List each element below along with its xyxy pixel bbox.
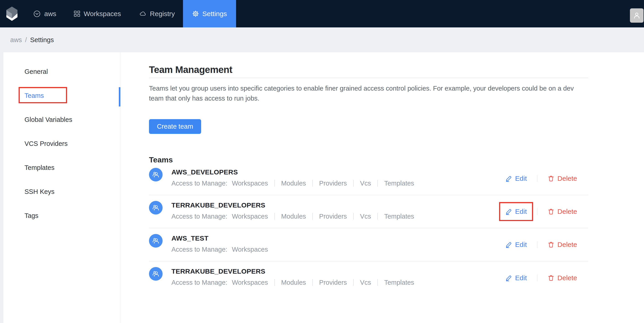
access-item: Templates [371, 179, 414, 188]
tab-workspaces-label: Workspaces [84, 10, 121, 18]
page-title: Team Management [149, 64, 232, 75]
sidebar-item[interactable]: Teams [4, 91, 120, 100]
team-info: AWS_TEST Access to Manage: Workspaces [172, 234, 268, 254]
access-item-label: Providers [319, 212, 347, 221]
access-divider [312, 279, 313, 286]
access-item: Vcs [347, 278, 371, 287]
team-icon [152, 270, 160, 278]
access-item-label: Vcs [360, 278, 371, 287]
access-item: Providers [306, 179, 347, 188]
create-team-button[interactable]: Create team [149, 119, 201, 134]
team-actions: Edit Delete [506, 241, 577, 249]
sidebar-item[interactable]: Templates [4, 163, 120, 172]
edit-button[interactable]: Edit [506, 274, 527, 282]
tab-workspaces[interactable]: Workspaces [74, 0, 121, 27]
team-access-line: Access to Manage: Workspaces [172, 278, 414, 287]
access-divider [312, 180, 313, 187]
access-divider [274, 180, 275, 187]
team-row: AWS_DEVELOPERS Access to Manage: Workspa… [149, 162, 588, 195]
team-access-line: Access to Manage: Workspaces [172, 245, 268, 254]
sidebar-item[interactable]: Tags [4, 211, 120, 220]
team-access-line: Access to Manage: Workspaces [172, 212, 414, 221]
team-row: TERRAKUBE_DEVELOPERS Access to Manage: W… [149, 261, 588, 295]
sidebar-active-indicator [119, 87, 120, 106]
trash-icon [548, 241, 554, 248]
access-item-label: Vcs [360, 179, 371, 188]
team-access-line: Access to Manage: Workspaces [172, 179, 414, 188]
delete-button[interactable]: Delete [548, 175, 577, 182]
title-divider [149, 78, 588, 78]
trash-icon [548, 275, 554, 281]
team-avatar [149, 267, 162, 281]
team-info: TERRAKUBE_DEVELOPERS Access to Manage: W… [172, 201, 414, 221]
access-item: Templates [371, 278, 414, 287]
edit-button[interactable]: Edit [506, 175, 527, 182]
access-divider [377, 213, 378, 220]
access-divider [377, 180, 378, 187]
delete-button-label: Delete [558, 175, 577, 182]
pencil-icon [506, 275, 512, 281]
edit-button[interactable]: Edit [506, 208, 527, 215]
access-divider [274, 279, 275, 286]
access-items: Workspaces [232, 245, 268, 254]
team-row: TERRAKUBE_DEVELOPERS Access to Manage: W… [149, 195, 588, 228]
tab-settings[interactable]: Settings [183, 0, 236, 27]
access-divider [353, 213, 354, 220]
org-label: aws [44, 10, 56, 18]
trash-icon [548, 208, 554, 215]
cloud-icon [139, 10, 146, 17]
edit-button-label: Edit [515, 175, 527, 182]
org-selector[interactable]: aws [33, 0, 56, 27]
sidebar-item[interactable]: VCS Providers [4, 139, 120, 148]
tab-registry[interactable]: Registry [139, 0, 175, 27]
actions-divider [537, 175, 538, 182]
access-item-label: Workspaces [232, 179, 268, 188]
access-item-label: Templates [384, 212, 414, 221]
sidebar-item[interactable]: Global Variables [4, 115, 120, 124]
edit-button[interactable]: Edit [506, 241, 527, 249]
sidebar-item[interactable]: SSH Keys [4, 187, 120, 196]
breadcrumb-current: Settings [30, 36, 54, 44]
delete-button-label: Delete [558, 274, 577, 282]
access-item: Workspaces [232, 278, 268, 287]
grid-icon [74, 11, 80, 17]
edit-button-label: Edit [515, 241, 527, 249]
access-divider [312, 213, 313, 220]
team-name: AWS_TEST [172, 234, 268, 243]
team-avatar [149, 201, 162, 215]
access-item: Templates [371, 212, 414, 221]
sidebar-item[interactable]: General [4, 67, 120, 76]
breadcrumb: aws / Settings [0, 27, 644, 52]
delete-button-label: Delete [558, 241, 577, 249]
team-name: TERRAKUBE_DEVELOPERS [172, 201, 414, 210]
main-content: Team Management Teams let you group user… [120, 52, 644, 323]
delete-button-label: Delete [558, 208, 577, 215]
page-description: Teams let you group users into specific … [149, 83, 584, 103]
breadcrumb-org[interactable]: aws [10, 36, 22, 44]
team-icon [152, 237, 160, 245]
access-label: Access to Manage: [172, 278, 228, 287]
actions-divider [537, 208, 538, 215]
trash-icon [548, 175, 554, 182]
access-item: Workspaces [232, 245, 268, 254]
delete-button[interactable]: Delete [548, 274, 577, 282]
access-item-label: Modules [281, 212, 306, 221]
pencil-icon [506, 241, 512, 248]
access-item-label: Providers [319, 278, 347, 287]
access-label: Access to Manage: [172, 179, 228, 188]
team-actions: Edit Delete [506, 208, 577, 215]
terrakube-logo-icon [6, 6, 18, 21]
access-item-label: Templates [384, 278, 414, 287]
access-item-label: Workspaces [232, 245, 268, 254]
pencil-icon [506, 208, 512, 215]
breadcrumb-separator: / [25, 36, 27, 44]
team-avatar [149, 234, 162, 248]
team-icon [152, 204, 160, 212]
pencil-icon [506, 175, 512, 182]
access-item-label: Workspaces [232, 278, 268, 287]
delete-button[interactable]: Delete [548, 241, 577, 249]
access-item: Vcs [347, 212, 371, 221]
delete-button[interactable]: Delete [548, 208, 577, 215]
sidebar-menu: General Teams Global Variables VCS Provi… [4, 67, 120, 220]
user-avatar[interactable] [630, 8, 644, 23]
